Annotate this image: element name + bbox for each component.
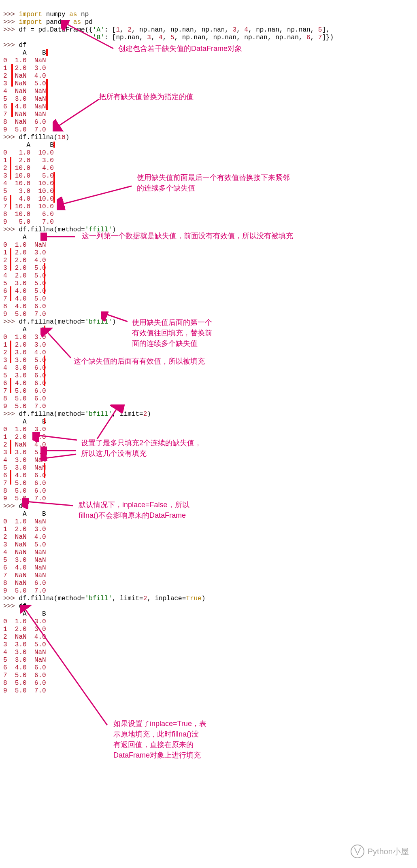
table-row: 9 5.0 7.0: [3, 218, 54, 226]
arrow-icon: [40, 453, 81, 461]
table-row: 0 1.0 10.0: [3, 149, 54, 157]
table-row: 8 5.0 6.0: [3, 395, 46, 402]
arrow-icon: [53, 95, 105, 131]
highlight-bar: [44, 418, 45, 424]
table-row: 4 NaN NaN: [3, 88, 46, 95]
highlight-bar: [10, 440, 11, 454]
arrow-icon: [101, 311, 134, 326]
table-row: 4 3.0 6.0: [3, 364, 46, 372]
table-row: 0 1.0 3.0: [3, 334, 46, 341]
svg-line-9: [45, 454, 76, 458]
table-row: 6 4.0 NaN: [3, 564, 46, 572]
svg-line-7: [37, 435, 77, 440]
arrow-icon: [40, 233, 81, 241]
table-row: 7 NaN NaN: [3, 572, 46, 579]
table-row: 8 10.0 6.0: [3, 211, 54, 218]
table-row: 7 NaN NaN: [3, 111, 46, 118]
annotation-create-df: 创建包含若干缺失值的DataFrame对象: [118, 43, 242, 54]
svg-line-0: [66, 23, 113, 49]
table-bfill-header: A B: [3, 326, 46, 333]
highlight-bar: [11, 103, 13, 117]
arrow-icon: [40, 328, 77, 362]
table-row: 8 5.0 6.0: [3, 487, 46, 495]
table-row: 3 NaN 5.0: [3, 80, 46, 87]
table-row: 4 10.0 10.0: [3, 180, 54, 187]
highlight-bar: [10, 341, 11, 363]
highlight-bar: [46, 49, 48, 56]
annotation-limit: 设置了最多只填充2个连续的缺失值， 所以这几个没有填充: [81, 438, 202, 459]
table-row: 4 NaN NaN: [3, 549, 46, 556]
table-row: 0 1.0 NaN: [3, 518, 46, 525]
svg-line-11: [24, 608, 107, 725]
table-row: 6 4.0 NaN: [3, 103, 46, 110]
svg-line-2: [62, 186, 132, 204]
highlight-bar: [10, 195, 11, 210]
table-df-again-header: A B: [3, 510, 46, 518]
watermark-text: Python小屋: [368, 848, 409, 855]
highlight-bar: [10, 378, 11, 393]
table-row: 5 3.0 10.0: [3, 188, 54, 195]
table-row: 8 NaN 6.0: [3, 580, 46, 587]
arrow-icon: [20, 605, 113, 730]
table-fill10-header: A B: [3, 142, 54, 149]
highlight-bar: [10, 470, 11, 485]
highlight-bar: [46, 79, 48, 110]
python-repl-session: >>> import numpy as np >>> import pandas…: [0, 0, 417, 868]
svg-line-5: [46, 331, 71, 358]
table-row: 9 5.0 7.0: [3, 587, 46, 595]
table-row: 1 2.0 3.0: [3, 65, 46, 72]
table-row: 5 3.0 NaN: [3, 95, 46, 103]
svg-line-10: [26, 502, 73, 506]
table-row: 0 1.0 NaN: [3, 57, 46, 64]
highlight-bar: [44, 463, 45, 478]
table-row: 0 1.0 NaN: [3, 241, 46, 249]
table-row: 5 3.0 NaN: [3, 557, 46, 564]
arrow-icon: [61, 20, 121, 53]
table-df-orig-header: A B: [3, 49, 46, 57]
highlight-bar: [53, 142, 55, 148]
highlight-bar: [53, 172, 55, 203]
svg-line-4: [105, 314, 128, 322]
table-ffill-header: A B: [3, 234, 46, 241]
highlight-bar: [10, 157, 11, 180]
table-row: 9 5.0 7.0: [3, 403, 46, 410]
arrow-icon: [32, 432, 81, 442]
table-row: 2 NaN 4.0: [3, 534, 46, 541]
table-row: 9 5.0 7.0: [3, 126, 46, 133]
highlight-bar: [10, 286, 11, 301]
highlight-bar: [10, 248, 11, 271]
annotation-bfill-filled: 这个缺失值的后面有有效值，所以被填充: [74, 356, 205, 366]
table-row: 4 2.0 5.0: [3, 272, 46, 279]
table-row: 8 NaN 6.0: [3, 119, 46, 126]
watermark: Python小屋: [351, 845, 409, 858]
annotation-bfill: 使用缺失值后面的第一个 有效值往回填充，替换前 面的连续多个缺失值: [132, 317, 212, 349]
annotation-ffill: 使用缺失值前面最后一个有效值替换接下来紧邻 的连续多个缺失值: [137, 172, 290, 193]
annotation-inplace-false: 默认情况下，inplace=False，所以 fillna()不会影响原来的Da…: [79, 500, 189, 521]
svg-line-6: [97, 408, 117, 439]
highlight-bar: [44, 263, 45, 294]
wechat-icon: [351, 845, 364, 858]
table-row: 2 NaN 4.0: [3, 72, 46, 80]
annotation-first-nan: 这一列第一个数据就是缺失值，前面没有有效值，所以没有被填充: [82, 231, 293, 241]
table-bfill-lim-header: A B: [3, 418, 46, 426]
table-row: 8 4.0 6.0: [3, 303, 46, 310]
table-row: 4 3.0 NaN: [3, 457, 46, 464]
svg-line-1: [57, 99, 99, 127]
table-row: 3 NaN 5.0: [3, 541, 46, 548]
arrow-icon: [93, 404, 126, 443]
table-row: 9 5.0 7.0: [3, 311, 46, 318]
annotation-inplace-true: 如果设置了inplace=True，表 示原地填充，此时fillna()没 有返…: [113, 718, 206, 760]
arrow-icon: [57, 182, 138, 210]
table-row: 1 2.0 3.0: [3, 526, 46, 533]
annotation-fillna-value: 把所有缺失值替换为指定的值: [99, 91, 194, 102]
highlight-bar: [11, 64, 13, 87]
arrow-icon: [22, 498, 79, 510]
